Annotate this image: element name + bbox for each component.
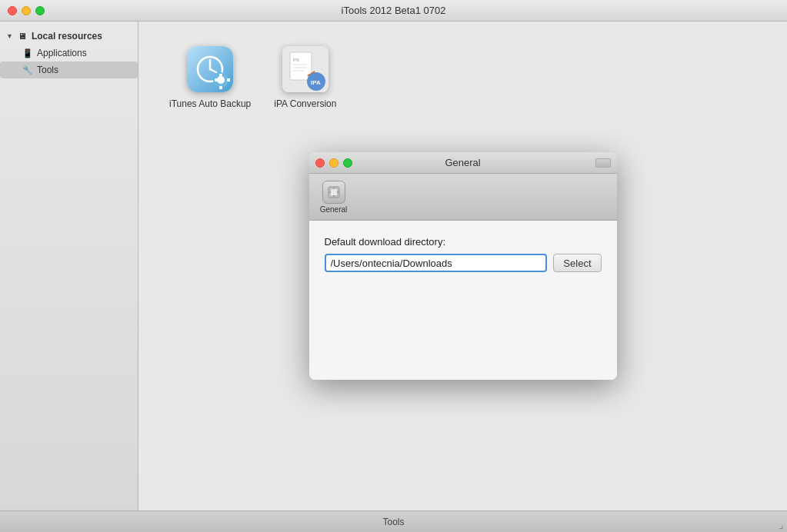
window-title: iTools 2012 Beta1 0702 xyxy=(342,5,446,16)
dialog-traffic-lights xyxy=(315,158,352,168)
dialog-field-label: Default download directory: xyxy=(325,236,602,248)
content-area: iTunes Auto Backup PX xyxy=(138,22,787,510)
dialog-title: General xyxy=(445,157,480,168)
dialog-toolbar-label: General xyxy=(320,205,348,214)
download-directory-input[interactable] xyxy=(325,254,548,272)
general-dialog: General xyxy=(309,152,617,380)
applications-icon: 📱 xyxy=(22,47,34,59)
dialog-toolbar: General xyxy=(309,174,617,221)
title-bar: iTools 2012 Beta1 0702 xyxy=(0,0,787,22)
dialog-general-tool[interactable]: General xyxy=(318,180,349,214)
maximize-button[interactable] xyxy=(35,6,45,15)
dialog-close-button[interactable] xyxy=(315,158,325,168)
sidebar-item-label: Tools xyxy=(37,65,58,75)
local-resources-icon: 🖥 xyxy=(16,30,28,42)
sidebar-item-label: Applications xyxy=(37,48,87,58)
dialog-titlebar: General xyxy=(309,152,617,174)
dialog-resize-button[interactable] xyxy=(595,158,611,168)
sidebar-item-tools[interactable]: 🔧 Tools xyxy=(0,62,138,78)
sidebar-section-local-resources[interactable]: ▼ 🖥 Local resources xyxy=(0,28,138,45)
resize-handle-icon[interactable]: ⌟ xyxy=(779,518,784,530)
general-icon xyxy=(322,181,345,204)
main-layout: ▼ 🖥 Local resources 📱 Applications 🔧 Too… xyxy=(0,22,787,510)
close-button[interactable] xyxy=(8,6,17,15)
traffic-lights xyxy=(8,6,45,15)
sidebar-section-label: Local resources xyxy=(32,31,102,42)
dialog-maximize-button[interactable] xyxy=(343,158,352,168)
tools-icon: 🔧 xyxy=(22,64,34,76)
sidebar: ▼ 🖥 Local resources 📱 Applications 🔧 Too… xyxy=(0,22,138,510)
dialog-minimize-button[interactable] xyxy=(329,158,338,168)
minimize-button[interactable] xyxy=(22,6,31,15)
dialog-empty-space xyxy=(325,272,602,364)
dialog-content: Default download directory: Select xyxy=(309,221,617,380)
svg-rect-20 xyxy=(331,189,337,195)
select-button[interactable]: Select xyxy=(553,254,601,272)
status-bar: Tools ⌟ xyxy=(0,510,787,532)
sidebar-item-applications[interactable]: 📱 Applications xyxy=(0,45,138,62)
dialog-overlay: General xyxy=(138,22,787,510)
dialog-field-row: Select xyxy=(325,254,602,272)
status-bar-label: Tools xyxy=(382,517,404,527)
collapse-triangle-icon: ▼ xyxy=(6,32,13,40)
